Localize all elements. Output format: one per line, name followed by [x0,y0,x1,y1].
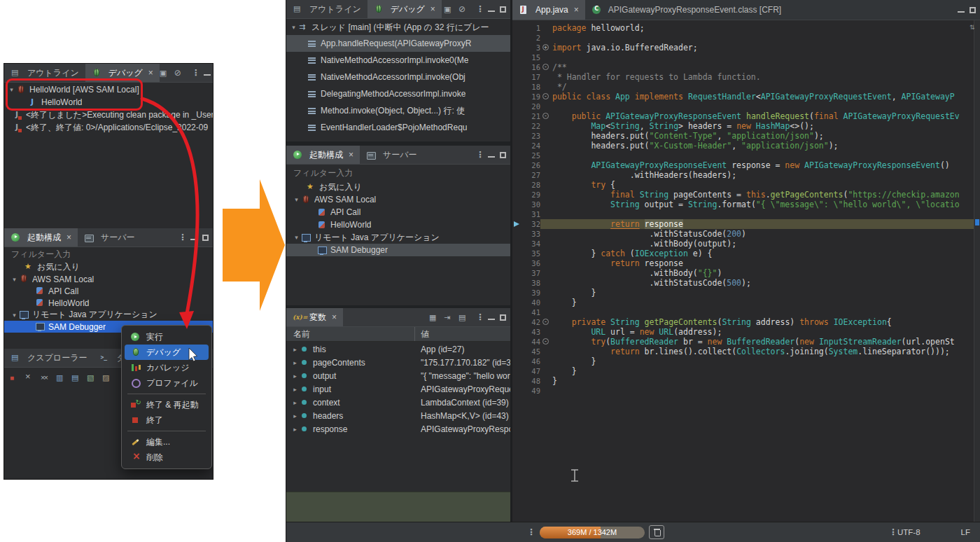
launch-group-remote-java[interactable]: ▾リモート Java アプリケーション [4,309,213,321]
twistie-icon[interactable]: ▾ [292,196,301,203]
fold-expanded-icon[interactable]: - [542,338,549,345]
console-settings-icon[interactable] [102,373,112,382]
lw-debug-tab-1[interactable]: デバッグ× [85,64,160,82]
skip-breakpoints-icon[interactable] [174,68,184,78]
status-menu-icon[interactable] [886,527,896,537]
menu-item-debug[interactable]: デバッグ [125,345,209,360]
stack-frame-delegating[interactable]: DelegatingMethodAccessorImpl.invoke [286,85,510,102]
menu-item-run[interactable]: 実行 [125,329,209,345]
close-icon[interactable]: × [148,68,153,78]
stack-frame-eventhandlerloader[interactable]: EventHandlerLoader$PojoMethodRequ [286,119,510,136]
menu-item-terminate-relaunch[interactable]: 終了 & 再起動 [125,397,209,412]
collapse-all-icon[interactable] [458,312,468,322]
twistie-icon[interactable]: ▾ [292,234,301,241]
view-toolbar-icon[interactable] [444,4,454,14]
launch-api-call[interactable]: API Call [4,285,213,297]
column-header-name[interactable]: 名前 [286,327,415,341]
stack-frame-invoke0[interactable]: NativeMethodAccessorImpl.invoke0(Me [286,52,510,69]
maximize-button[interactable] [500,314,506,321]
close-icon[interactable]: × [332,312,337,322]
fold-expanded-icon[interactable]: - [542,93,549,99]
mw-debug-tab-0[interactable]: アウトライン [286,0,368,18]
code-area[interactable]: 1package helloworld;23+import java.io.Bu… [512,20,974,522]
thread-main[interactable]: ▾スレッド [main] (中断中 (App の 32 行にブレー [286,20,510,35]
lw-debug-tab-0[interactable]: アウトライン [4,64,85,82]
variable-row-input[interactable]: ▸inputAPIGatewayProxyRequestE [286,382,510,396]
menu-item-edit[interactable]: 編集... [125,434,209,450]
menu-item-coverage[interactable]: カバレッジ [125,360,209,375]
minimize-button[interactable] [190,235,197,240]
debug-target-helloworld-sam-local[interactable]: ▾HelloWorld [AWS SAM Local] [4,83,213,96]
tab-variables[interactable]: 変数 × [286,308,343,326]
close-icon[interactable] [25,373,35,382]
variable-row-response[interactable]: ▸responseAPIGatewayProxyResponse [286,422,510,436]
stop-icon[interactable] [10,373,20,382]
view-menu-icon[interactable] [473,4,483,14]
show-selected-icon[interactable] [444,312,454,322]
variable-row-context[interactable]: ▸contextLambdaContext (id=39) [286,396,510,409]
twistie-icon[interactable]: ▾ [10,276,19,283]
skip-breakpoints-icon[interactable] [458,4,468,14]
twistie-icon[interactable]: ▸ [290,359,300,366]
terminated-launch-1[interactable]: <終了しました>Executing clean package in _User… [4,109,213,121]
twistie-icon[interactable]: ▸ [290,386,300,393]
column-header-value[interactable]: 値 [415,328,429,340]
overview-ruler[interactable] [974,20,980,522]
lw-launch-tab-0[interactable]: 起動構成× [4,228,78,246]
twistie-icon[interactable]: ▸ [290,346,300,353]
variables-detail-pane[interactable] [286,492,510,522]
launch-favorites[interactable]: お気に入り [286,181,510,193]
console-view-icon[interactable] [56,373,66,382]
minimize-button[interactable] [488,7,495,12]
menu-item-profile[interactable]: プロファイル [125,375,209,391]
variable-row-pageContents[interactable]: ▸pageContents"175.177.170.182" (id=30) [286,356,510,369]
close-icon[interactable]: × [430,4,435,14]
launch-favorites[interactable]: お気に入り [4,261,213,273]
run-garbage-collector-button[interactable] [649,525,664,539]
view-menu-icon[interactable] [189,68,199,78]
variable-row-headers[interactable]: ▸headersHashMap<K,V> (id=43) [286,409,510,422]
fold-expanded-icon[interactable]: - [542,319,549,325]
close-icon[interactable]: × [574,5,579,15]
minimize-button[interactable] [204,71,211,76]
maximize-button[interactable] [500,152,506,158]
pin-console-icon[interactable] [71,373,81,382]
scroll-lock-icon[interactable] [87,373,97,382]
lw-bottom-tab-0[interactable]: クスプローラー [4,349,93,367]
maximize-button[interactable] [969,7,976,13]
view-menu-icon[interactable] [473,312,483,322]
close-all-icon[interactable] [41,373,50,382]
launch-group-aws-sam-local[interactable]: ▾AWS SAM Local [286,193,510,206]
menu-item-terminate[interactable]: 終了 [125,412,209,428]
variable-row-this[interactable]: ▸thisApp (id=27) [286,342,510,356]
stack-frame-invoke[interactable]: NativeMethodAccessorImpl.invoke(Obj [286,69,510,85]
editor-tab-1[interactable]: APIGatewayProxyResponseEvent.class [CFR] [585,0,788,20]
stack-frame-handlerequest[interactable]: App.handleRequest(APIGatewayProxyR [286,35,510,52]
launch-helloworld[interactable]: HelloWorld [4,297,213,309]
close-icon[interactable]: × [349,150,354,160]
twistie-icon[interactable]: ▸ [290,412,300,419]
twistie-icon[interactable]: ▸ [290,399,300,406]
launch-api-call[interactable]: API Call [286,206,510,218]
minimize-button[interactable] [488,153,495,158]
editor-ruler-options-icon[interactable] [969,22,979,32]
status-menu-icon[interactable] [524,527,534,537]
twistie-icon[interactable]: ▸ [290,373,300,380]
menu-item-delete[interactable]: 削除 [125,450,209,465]
launch-group-remote-java[interactable]: ▾リモート Java アプリケーション [286,231,510,244]
view-toolbar-icon[interactable] [160,68,169,78]
fold-collapsed-icon[interactable]: + [542,44,549,50]
launch-sam-debugger[interactable]: SAM Debugger [286,244,510,256]
twistie-icon[interactable]: ▾ [10,312,19,319]
fold-expanded-icon[interactable]: - [542,113,549,119]
twistie-icon[interactable]: ▾ [7,86,16,93]
lw-launch-tab-1[interactable]: サーバー [78,228,141,246]
view-menu-icon[interactable] [176,232,186,242]
launch-group-aws-sam-local[interactable]: ▾AWS SAM Local [4,273,213,285]
mw-launch-tab-1[interactable]: サーバー [360,146,424,164]
debug-target-helloworld[interactable]: HelloWorld [4,96,213,109]
maximize-button[interactable] [202,235,209,241]
code-editor[interactable]: App.java×APIGatewayProxyResponseEvent.cl… [512,0,980,522]
overview-marker-current-line[interactable] [975,219,979,225]
filter-input[interactable] [4,248,213,260]
